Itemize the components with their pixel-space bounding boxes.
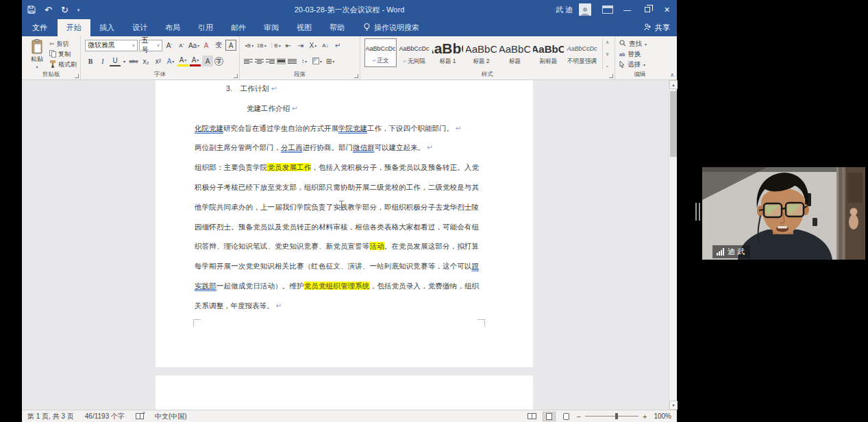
- tell-me-search[interactable]: 操作说明搜索: [356, 19, 426, 36]
- shrink-font-button[interactable]: Aˇ: [176, 40, 187, 51]
- account-avatar-icon[interactable]: [579, 3, 591, 16]
- zoom-slider[interactable]: [585, 416, 638, 417]
- zoom-level[interactable]: 100%: [654, 412, 671, 420]
- distribute-button[interactable]: [288, 58, 297, 64]
- font-color-button[interactable]: A▾: [190, 55, 201, 66]
- style-标题[interactable]: AaBbC标题: [499, 38, 531, 67]
- character-shading-button[interactable]: A: [202, 55, 213, 66]
- phonetic-guide-button[interactable]: 变: [213, 40, 224, 51]
- align-left-button[interactable]: [244, 58, 253, 64]
- word-count[interactable]: 46/1193 个字: [85, 412, 125, 421]
- account-name[interactable]: 武 迪: [556, 5, 573, 15]
- clear-formatting-button[interactable]: A: [201, 40, 212, 51]
- font-dialog-launcher[interactable]: [234, 74, 238, 78]
- participant-video[interactable]: 迪 武: [702, 167, 865, 260]
- language-indicator[interactable]: 中文(中国): [155, 412, 187, 421]
- text-run[interactable]: 一起做成党日活动）。维护: [216, 282, 304, 290]
- qat-customize-icon[interactable]: ▾: [77, 8, 80, 12]
- zoom-out-button[interactable]: −: [577, 412, 581, 421]
- style-标题 2[interactable]: AaBbC标题 2: [465, 38, 497, 67]
- text-highlight-button[interactable]: A▾: [177, 55, 188, 66]
- scroll-down-icon[interactable]: ▼: [669, 401, 678, 410]
- share-button[interactable]: 共享: [644, 19, 670, 36]
- document-page-2[interactable]: [156, 375, 533, 410]
- bold-button[interactable]: B: [85, 55, 96, 66]
- styles-scroll-up-icon[interactable]: ∧: [606, 40, 609, 45]
- show-marks-button[interactable]: ↵: [332, 40, 343, 51]
- web-layout-button[interactable]: [560, 412, 573, 421]
- video-panel-handle[interactable]: [695, 203, 700, 221]
- zoom-slider-thumb[interactable]: [615, 413, 618, 419]
- collapse-ribbon-icon[interactable]: ∧: [670, 72, 674, 78]
- style-正文[interactable]: AaBbCcDc↵正文: [364, 38, 397, 67]
- format-painter-button[interactable]: 格式刷: [49, 60, 77, 69]
- copy-button[interactable]: 复制: [49, 49, 77, 59]
- font-name-combo[interactable]: 微软雅黑˅: [85, 40, 138, 51]
- highlighted-text[interactable]: 党员发展工作: [267, 163, 311, 171]
- paste-button[interactable]: 粘贴 ▾: [26, 39, 48, 70]
- asian-layout-button[interactable]: X▾: [308, 40, 319, 51]
- underline-dropdown-icon[interactable]: ▾: [122, 55, 127, 66]
- grammar-marked-text[interactable]: 化院党建: [195, 124, 223, 132]
- vertical-scrollbar[interactable]: ▲ ▼: [669, 80, 677, 410]
- save-icon[interactable]: [27, 5, 36, 14]
- paragraph[interactable]: 化院党建研究会旨在通过学生自治的方式开展学院党建工作，下设四个职能部门。 ↵: [195, 119, 479, 138]
- replace-button[interactable]: ab 替换: [619, 49, 662, 59]
- proofing-status-icon[interactable]: [136, 413, 144, 419]
- print-layout-button[interactable]: [543, 412, 556, 421]
- text-run[interactable]: 党建工作介绍: [247, 104, 290, 112]
- change-case-button[interactable]: Aa▾: [188, 40, 199, 51]
- paragraph[interactable]: 党建工作介绍 ↵: [195, 99, 479, 119]
- cut-button[interactable]: ✂ 剪切: [49, 39, 77, 49]
- tab-设计[interactable]: 设计: [123, 19, 156, 36]
- align-right-button[interactable]: [266, 58, 275, 64]
- enclose-characters-button[interactable]: 字: [214, 57, 223, 66]
- sort-button[interactable]: A↓: [320, 40, 331, 51]
- tab-布局[interactable]: 布局: [156, 19, 189, 36]
- style-不明显强调[interactable]: AaBbCcDc不明显强调: [566, 38, 598, 67]
- tab-帮助[interactable]: 帮助: [321, 19, 354, 36]
- superscript-button[interactable]: x²: [153, 55, 164, 66]
- styles-scroll-down-icon[interactable]: ∨: [606, 51, 609, 57]
- numbering-button[interactable]: 1≡▾: [256, 40, 267, 51]
- styles-more-icon[interactable]: ⌄: [606, 63, 610, 69]
- paragraph[interactable]: 3.工作计划 ↵: [195, 80, 479, 99]
- font-size-combo[interactable]: 五号˅: [139, 40, 162, 51]
- style-副标题[interactable]: AaBbC副标题: [532, 38, 565, 67]
- tab-引用[interactable]: 引用: [189, 19, 222, 36]
- document-page-1[interactable]: 3.工作计划 ↵党建工作介绍 ↵化院党建研究会旨在通过学生自治的方式开展学院党建…: [156, 80, 533, 367]
- tab-file[interactable]: 文件: [22, 19, 58, 36]
- tab-插入[interactable]: 插入: [90, 19, 123, 36]
- close-button[interactable]: ×: [657, 0, 677, 19]
- style-标题 1[interactable]: AaBbC标题 1: [432, 38, 464, 67]
- text-run[interactable]: 可以建立起来。: [375, 143, 425, 151]
- grammar-marked-text[interactable]: 学院党建: [338, 124, 367, 132]
- underline-button[interactable]: U: [110, 55, 121, 66]
- ribbon-display-options-icon[interactable]: [602, 5, 613, 14]
- text-run[interactable]: 工作计划: [240, 84, 269, 92]
- align-center-button[interactable]: [255, 58, 264, 64]
- grammar-marked-text[interactable]: 分工再: [281, 143, 303, 151]
- text-run[interactable]: 工作，下设四个职能部门。: [367, 124, 454, 132]
- tab-邮件[interactable]: 邮件: [222, 19, 255, 36]
- justify-button[interactable]: [277, 58, 286, 64]
- italic-button[interactable]: I: [97, 55, 108, 66]
- select-button[interactable]: 选择 ▾: [619, 60, 662, 70]
- text-effects-button[interactable]: A▾: [165, 55, 176, 66]
- read-mode-button[interactable]: [525, 412, 538, 421]
- text-run[interactable]: ，包括入党积极分子，预备党员以及预备转正。入党积极分子考核已经下放至党支部，组织…: [195, 163, 479, 250]
- line-spacing-button[interactable]: ↕▾: [299, 55, 310, 66]
- increase-indent-button[interactable]: ⇥: [295, 40, 306, 51]
- shading-button[interactable]: ▾: [312, 55, 323, 66]
- borders-button[interactable]: ⊞▾: [325, 55, 336, 66]
- find-button[interactable]: 查找 ▾: [619, 39, 662, 49]
- highlighted-text[interactable]: 活动: [369, 242, 384, 250]
- tab-审阅[interactable]: 审阅: [255, 19, 288, 36]
- subscript-button[interactable]: x₂: [140, 55, 151, 66]
- restore-button[interactable]: [637, 0, 657, 19]
- paste-dropdown-icon[interactable]: ▾: [36, 64, 38, 69]
- grammar-marked-text[interactable]: 微信群: [353, 143, 375, 151]
- bullets-button[interactable]: •≡▾: [244, 40, 255, 51]
- tab-开始[interactable]: 开始: [58, 19, 90, 36]
- strikethrough-button[interactable]: abc: [128, 55, 139, 66]
